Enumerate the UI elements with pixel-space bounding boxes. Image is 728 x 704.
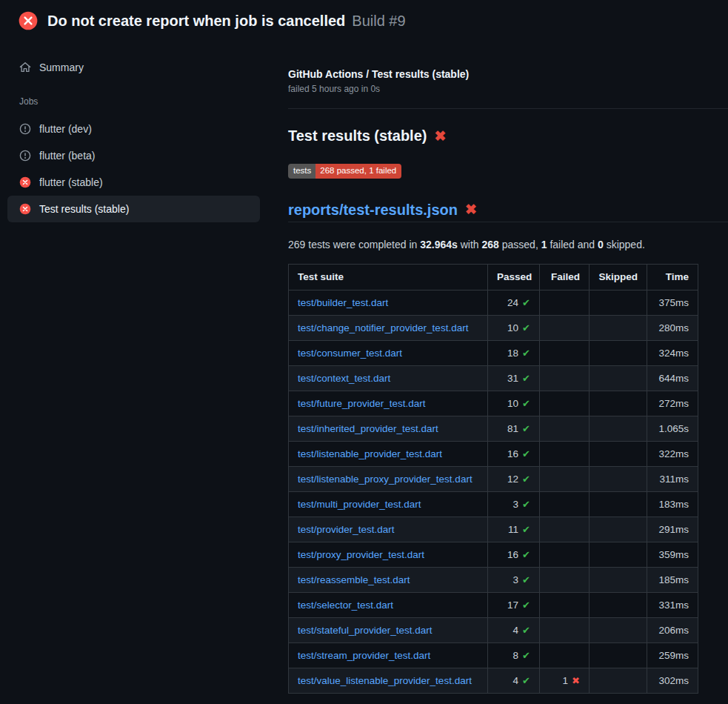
check-icon: ✔ [522,398,530,409]
jobs-section-label: Jobs [7,96,260,107]
sidebar-item-label: flutter (dev) [39,123,92,135]
time-cell: 375ms [647,290,698,315]
suite-cell: test/selector_test.dart [289,592,488,617]
check-icon: ✔ [522,448,530,459]
home-icon [19,62,31,73]
check-icon: ✔ [522,373,530,384]
passed-count: 31 [507,373,518,384]
skipped-cell [590,567,647,592]
summary-line: 269 tests were completed in 32.964s with… [288,237,728,252]
passed-count: 10 [507,398,518,409]
table-row: test/proxy_provider_test.dart 16✔ ✖ 359m… [289,542,698,567]
suite-link[interactable]: test/value_listenable_provider_test.dart [298,675,472,686]
skipped-cell [590,491,647,517]
suite-link[interactable]: test/consumer_test.dart [298,348,402,359]
sidebar-item-test-results-stable[interactable]: Test results (stable) [7,196,260,222]
failed-circle-icon [19,11,38,30]
run-status-line: failed 5 hours ago in 0s [288,83,728,95]
passed-count: 81 [507,423,518,434]
suite-cell: test/stateful_provider_test.dart [289,617,488,642]
suite-link[interactable]: test/stateful_provider_test.dart [298,625,433,636]
passed-cell: 3✔ [488,491,540,517]
table-row: test/consumer_test.dart 18✔ ✖ 324ms [289,340,698,365]
failed-cell: ✖ [540,517,590,542]
table-row: test/listenable_proxy_provider_test.dart… [289,466,698,491]
time-cell: 331ms [647,592,698,617]
suite-link[interactable]: test/builder_test.dart [298,297,388,308]
badge-label: tests [288,164,315,179]
failed-cell: ✖ [540,340,590,365]
suite-link[interactable]: test/listenable_provider_test.dart [298,448,442,459]
sidebar-item-flutter-beta[interactable]: flutter (beta) [7,142,260,169]
time-cell: 185ms [647,567,698,592]
suite-cell: test/listenable_provider_test.dart [289,441,488,466]
table-row: test/stream_provider_test.dart 8✔ ✖ 259m… [289,642,698,668]
skipped-cell [590,542,647,567]
passed-cell: 18✔ [488,340,540,365]
suite-cell: test/proxy_provider_test.dart [289,542,488,567]
suite-cell: test/change_notifier_provider_test.dart [289,315,488,340]
passed-count: 12 [507,474,518,485]
failed-count: 1 [563,675,569,686]
skipped-cell [590,315,647,340]
passed-count: 11 [508,524,518,535]
suite-link[interactable]: test/provider_test.dart [298,524,395,535]
suite-link[interactable]: test/reassemble_test.dart [298,574,410,585]
suite-link[interactable]: test/future_provider_test.dart [298,398,426,409]
main-content: GitHub Actions / Test results (stable) f… [288,41,728,694]
sidebar-item-label: flutter (beta) [39,150,95,162]
suite-link[interactable]: test/proxy_provider_test.dart [298,549,424,560]
failed-cell: ✖ [540,290,590,315]
suite-cell: test/builder_test.dart [289,290,488,315]
passed-cell: 10✔ [488,391,540,416]
sidebar-item-summary[interactable]: Summary [7,55,260,80]
summary-skipped-count: 0 [598,239,604,250]
time-cell: 302ms [647,668,698,693]
failed-cell: ✖ [540,642,590,668]
check-icon: ✔ [522,549,530,560]
suite-cell: test/consumer_test.dart [289,340,488,365]
suite-link[interactable]: test/change_notifier_provider_test.dart [298,322,468,333]
report-file-link[interactable]: reports/test-results.json [288,199,458,220]
suite-link[interactable]: test/context_test.dart [298,373,390,384]
passed-count: 8 [513,650,519,661]
failed-cell: ✖ [540,365,590,391]
failed-cell: ✖ [540,441,590,466]
suite-link[interactable]: test/selector_test.dart [298,600,393,611]
passed-cell: 81✔ [488,416,540,441]
check-icon: ✔ [522,474,530,485]
failed-circle-icon [19,176,31,188]
suite-cell: test/listenable_proxy_provider_test.dart [289,466,488,491]
tests-badge: tests 268 passed, 1 failed [288,164,401,179]
skipped-cell [590,668,647,693]
skipped-cell [590,391,647,416]
suite-cell: test/inherited_provider_test.dart [289,416,488,441]
skipped-cell [590,617,647,642]
header-failed: Failed [540,264,590,290]
check-icon: ✔ [522,625,530,636]
suite-cell: test/future_provider_test.dart [289,391,488,416]
passed-cell: 4✔ [488,617,540,642]
table-row: test/value_listenable_provider_test.dart… [289,668,698,693]
sidebar-item-flutter-dev[interactable]: flutter (dev) [7,116,260,142]
check-icon: ✔ [522,499,530,510]
failed-cell: ✖ [540,567,590,592]
check-icon: ✔ [522,322,530,333]
suite-link[interactable]: test/multi_provider_test.dart [298,499,421,510]
table-row: test/selector_test.dart 17✔ ✖ 331ms [289,592,698,617]
suite-link[interactable]: test/stream_provider_test.dart [298,650,430,661]
suite-link[interactable]: test/inherited_provider_test.dart [298,423,438,434]
results-table: Test suite Passed Failed Skipped Time te… [288,264,698,694]
summary-passed-count: 268 [482,239,499,250]
failed-cell: ✖ [540,491,590,517]
check-icon: ✔ [522,423,530,434]
passed-cell: 12✔ [488,466,540,491]
results-table-body: test/builder_test.dart 24✔ ✖ 375ms test/… [289,290,698,693]
sidebar-item-label: flutter (stable) [39,176,103,188]
time-cell: 272ms [647,391,698,416]
passed-cell: 16✔ [488,441,540,466]
table-row: test/listenable_provider_test.dart 16✔ ✖… [289,441,698,466]
suite-link[interactable]: test/listenable_proxy_provider_test.dart [298,474,472,485]
summary-duration: 32.964s [420,239,458,250]
sidebar-item-flutter-stable[interactable]: flutter (stable) [7,169,260,196]
